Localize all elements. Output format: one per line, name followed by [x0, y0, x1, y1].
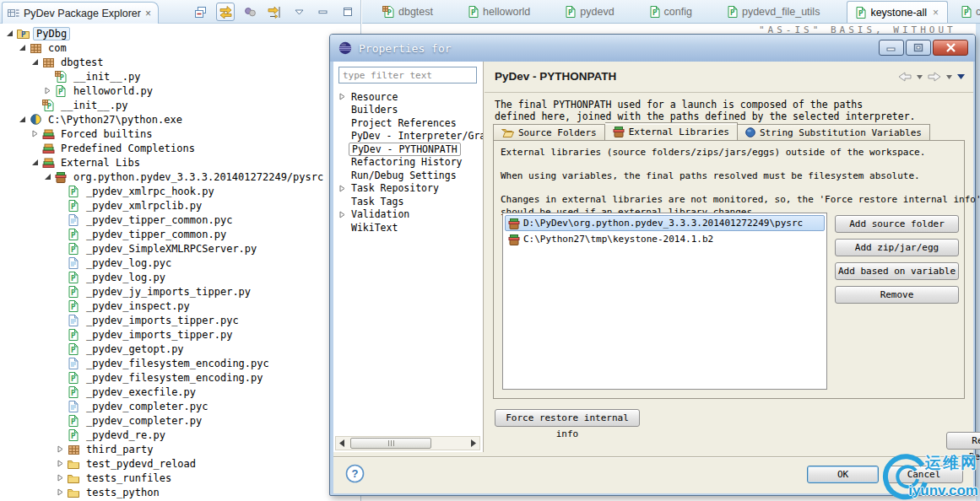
tab-string-substitution-variables[interactable]: String Substitution Variables — [738, 124, 930, 141]
package-explorer-view-tab[interactable]: PyDev Package Explorer × — [2, 2, 159, 24]
link-with-editor-button[interactable] — [216, 3, 235, 21]
dialog-nav-item[interactable]: Refactoring History — [333, 156, 483, 170]
expanded-twisty-icon[interactable] — [30, 57, 40, 67]
editor-tab-config[interactable]: Pconfig — [642, 1, 701, 23]
tree-item[interactable]: PPyDbg — [0, 26, 360, 40]
tree-item[interactable]: tests_python — [0, 485, 360, 499]
tree-item[interactable]: _pydev_log.pyc — [0, 256, 360, 270]
close-view-icon[interactable]: × — [145, 8, 151, 19]
force-restore-button[interactable]: Force restore internal info — [495, 409, 640, 427]
add-zip-jar-egg-button[interactable]: Add zip/jar/egg — [835, 239, 959, 256]
tab-source-folders[interactable]: Source Folders — [493, 124, 605, 141]
tree-item[interactable]: P_pydev_tipper_common.py — [0, 227, 360, 241]
collapsed-twisty-icon[interactable] — [56, 444, 65, 454]
tree-item[interactable]: P_pydev_xmlrpclib.py — [0, 198, 360, 213]
tree-item[interactable]: _pydev_completer.pyc — [0, 399, 360, 413]
minimize-view-button[interactable] — [314, 3, 333, 21]
dialog-nav-item[interactable]: Task Repository — [333, 182, 483, 196]
expanded-twisty-icon[interactable] — [18, 115, 27, 124]
tree-item[interactable]: P_pydev_getopt.py — [0, 342, 360, 356]
tree-item[interactable]: Predefined Completions — [0, 141, 360, 155]
forward-icon[interactable] — [928, 72, 941, 82]
tree-item[interactable]: _pydev_imports_tipper.pyc — [0, 313, 360, 327]
library-path-item[interactable]: C:\Python27\tmp\keystone-2014.1.b2 — [505, 231, 825, 247]
tree-item[interactable]: P_pydev_jy_imports_tipper.py — [0, 284, 360, 299]
dialog-nav-item[interactable]: Validation — [333, 208, 483, 222]
dialog-nav-item[interactable]: PyDev - PYTHONPATH — [333, 143, 483, 156]
dialog-titlebar[interactable]: Properties for — [330, 35, 975, 62]
tree-item[interactable]: _pydev_filesystem_encoding.pyc — [0, 356, 360, 370]
tree-item[interactable]: P_pydev_inspect.py — [0, 299, 360, 313]
collapse-all-button[interactable] — [192, 3, 210, 21]
close-window-button[interactable] — [933, 40, 968, 56]
tree-item[interactable]: P_pydev_log.py — [0, 270, 360, 284]
tab-external-libraries[interactable]: External Libraries — [605, 122, 738, 141]
tree-item[interactable]: com — [0, 40, 360, 55]
help-icon[interactable]: ? — [345, 464, 365, 483]
maximize-window-button[interactable] — [906, 40, 931, 56]
external-libraries-list[interactable]: D:\PyDev\org.python.pydev_3.3.3.20140127… — [502, 213, 827, 390]
editor-tab-dbgtest[interactable]: Pdbgtest — [374, 1, 441, 23]
dialog-nav-item[interactable]: Builders — [333, 104, 483, 117]
tree-item[interactable]: P_pydev_filesystem_encoding.py — [0, 370, 360, 385]
tree-item[interactable]: Phelloworld.py — [0, 84, 360, 98]
tree-item[interactable]: P_pydev_imports_tipper.py — [0, 327, 360, 342]
add-source-folder-button[interactable]: Add source folder — [835, 215, 959, 233]
tree-item[interactable]: _pydev_tipper_common.pyc — [0, 213, 360, 227]
tree-item[interactable]: test_pydevd_reload — [0, 456, 360, 471]
view-menu-button[interactable] — [290, 3, 308, 21]
tree-item[interactable]: P_pydev_completer.py — [0, 413, 360, 428]
collapsed-twisty-icon[interactable] — [338, 93, 347, 100]
library-path-item[interactable]: D:\PyDev\org.python.pydev_3.3.3.20140127… — [505, 215, 825, 231]
tree-item[interactable]: P__init__.py — [0, 69, 360, 84]
dialog-nav-item[interactable]: Task Tags — [333, 195, 483, 208]
nav-horizontal-scrollbar[interactable] — [335, 436, 480, 450]
tree-item[interactable]: dbgtest — [0, 55, 360, 69]
tree-item[interactable]: P_pydevd_re.py — [0, 428, 360, 442]
tree-item[interactable]: P__init__.py — [0, 98, 360, 112]
editor-tab-helloworld[interactable]: Phelloworld — [460, 1, 539, 23]
restore-defaults-button[interactable]: Restore Defaults — [946, 432, 980, 450]
editor-tab-pydevd[interactable]: Ppydevd — [557, 1, 622, 23]
add-based-on-variable-button[interactable]: Add based on variable — [835, 262, 959, 280]
back-icon[interactable] — [898, 72, 912, 82]
dialog-nav-item[interactable]: Resource — [333, 90, 483, 104]
minimize-window-button[interactable] — [879, 40, 904, 56]
scroll-right-icon[interactable] — [467, 437, 479, 450]
ok-button[interactable]: OK — [807, 466, 879, 483]
scrollbar-thumb[interactable] — [350, 438, 431, 449]
scroll-left-icon[interactable] — [336, 437, 349, 450]
forward-dropdown-icon[interactable] — [946, 75, 952, 79]
remove-button[interactable]: Remove — [835, 286, 959, 304]
tree-item[interactable]: P_pydev_execfile.py — [0, 385, 360, 399]
dialog-nav-item[interactable]: Project References — [333, 116, 483, 130]
tree-item[interactable]: P_pydev_SimpleXMLRPCServer.py — [0, 241, 360, 256]
collapsed-twisty-icon[interactable] — [338, 185, 347, 192]
collapsed-twisty-icon[interactable] — [56, 473, 65, 482]
tree-item[interactable]: External Libs — [0, 155, 360, 170]
tree-item[interactable]: C:\Python27\python.exe — [0, 112, 360, 127]
tree-item[interactable]: P_pydev_xmlrpc_hook.py — [0, 184, 360, 198]
close-tab-icon[interactable]: × — [933, 7, 939, 19]
tree-item[interactable]: Forced builtins — [0, 127, 360, 141]
collapsed-twisty-icon[interactable] — [56, 459, 65, 468]
maximize-view-button[interactable] — [338, 3, 357, 21]
synchronize-button[interactable] — [241, 3, 259, 21]
expanded-twisty-icon[interactable] — [18, 43, 27, 52]
back-dropdown-icon[interactable] — [917, 75, 923, 79]
dialog-nav-item[interactable]: WikiText — [333, 221, 483, 234]
dialog-nav-item[interactable]: Run/Debug Settings — [333, 169, 483, 182]
tree-item[interactable]: tests_runfiles — [0, 471, 360, 485]
collapsed-twisty-icon[interactable] — [30, 129, 40, 138]
editor-tab-cli[interactable]: Pcli — [953, 1, 980, 23]
collapsed-twisty-icon[interactable] — [56, 488, 65, 497]
collapsed-twisty-icon[interactable] — [338, 211, 347, 218]
expanded-twisty-icon[interactable] — [43, 172, 52, 181]
collapsed-twisty-icon[interactable] — [43, 86, 52, 95]
show-selected-button[interactable] — [265, 3, 284, 21]
tree-item[interactable]: third_party — [0, 442, 360, 456]
tree-item[interactable]: org.python.pydev_3.3.3.201401272249/pysr… — [0, 170, 360, 184]
dialog-nav-item[interactable]: PyDev - Interpreter/Gram — [333, 130, 483, 143]
filter-input[interactable] — [338, 67, 477, 84]
expanded-twisty-icon[interactable] — [5, 29, 14, 38]
